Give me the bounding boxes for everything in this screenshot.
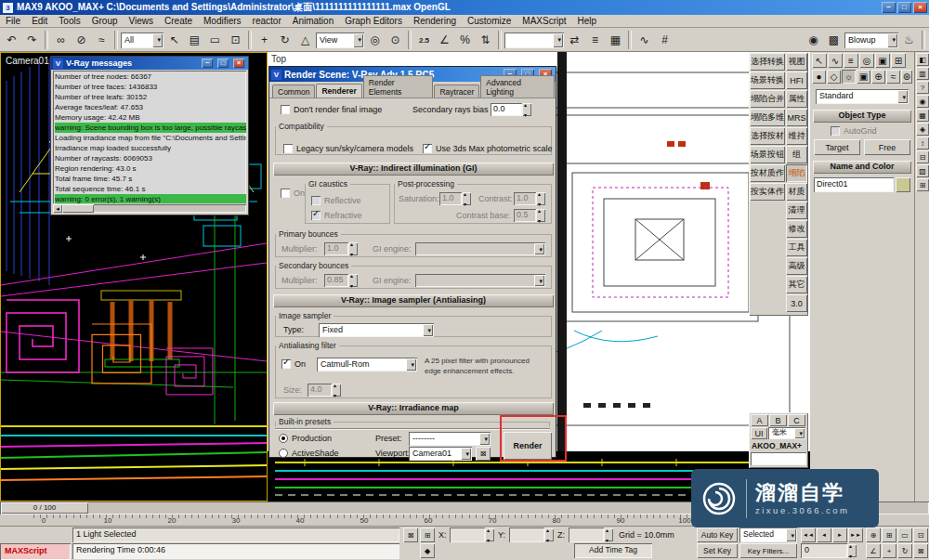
snaps-toggle-icon[interactable]: 2.5 [414,31,434,50]
scrollbar-thumb[interactable] [62,204,94,213]
akoo-b-button[interactable]: B [769,414,787,426]
select-and-move-icon[interactable]: + [255,31,274,50]
viewport-label[interactable]: Camera01 [6,56,49,66]
select-and-scale-icon[interactable]: △ [295,31,315,50]
menu-rendering[interactable]: Rendering [408,16,462,26]
command-tab-display[interactable]: ▣ [875,53,890,68]
primary-engine-dropdown[interactable] [415,242,545,255]
cn-panel-button[interactable]: 组 [786,146,807,163]
dont-render-checkbox[interactable] [281,105,290,114]
select-and-link-icon[interactable]: ∞ [51,31,71,50]
x-spinner[interactable] [485,528,494,541]
target-light-button[interactable]: Target [814,139,860,155]
cn-panel-button[interactable]: MRS [786,109,807,126]
gi-on-checkbox[interactable] [281,189,290,198]
legacy-sun-sky-checkbox[interactable] [283,144,293,153]
aa-filter-dropdown[interactable]: Catmull-Rom [317,358,417,371]
secondary-rays-bias-field[interactable]: 0.0 [491,103,522,116]
secondary-rays-bias-spinner[interactable] [522,103,531,116]
docked-icon-4[interactable]: ◉ [916,95,929,108]
irradiance-map-rollout-header[interactable]: V-Ray:: Irradiance map [273,402,554,415]
menu-reactor[interactable]: reactor [247,16,287,26]
key-mode-icon[interactable]: ◆ [420,543,435,558]
field-of-view-icon[interactable]: ∠ [866,543,881,558]
layer-manager-icon[interactable]: ▦ [606,31,625,50]
zoom-extents-all-icon[interactable]: ⊡ [913,527,928,542]
object-color-swatch[interactable] [896,177,910,192]
tab-common[interactable]: Common [272,85,315,98]
horizontal-scrollbar[interactable]: ◄ [53,204,246,213]
add-time-tag[interactable]: Add Time Tag [574,543,652,558]
unit-dropdown[interactable]: 毫米 [768,427,805,439]
command-tab-modify[interactable]: ∿ [828,53,843,68]
spinner-snap-icon[interactable]: ⇅ [476,31,495,50]
command-tab-motion[interactable]: ◎ [859,53,874,68]
cn-panel-button[interactable]: 高级 [786,257,807,275]
docked-icon-8[interactable]: ⊟ [916,150,929,163]
time-spinner[interactable] [847,544,857,557]
docked-icon-3[interactable]: ? [916,81,929,94]
menu-animation[interactable]: Animation [287,16,339,26]
aa-on-checkbox[interactable] [281,359,291,369]
select-and-manipulate-icon[interactable]: ⊙ [386,31,405,50]
category-space-warps-icon[interactable]: ≈ [886,70,900,84]
render-scene-dialog[interactable]: V Render Scene: V-Ray Adv 1.5 RC5 − □ × … [268,66,556,458]
selection-filter-dropdown[interactable]: All [121,33,164,48]
sampler-type-dropdown[interactable]: Fixed [319,323,434,337]
viewport-label[interactable]: Top [271,54,286,64]
command-tab-utilities[interactable]: ⊞ [891,53,906,68]
close-icon[interactable]: × [913,2,927,13]
z-field[interactable] [569,527,604,542]
window-crossing-icon[interactable]: ⊡ [226,31,245,50]
maxscript-listener[interactable]: Rendering Time 0:00:46 [72,543,399,559]
preset-dropdown[interactable]: -------- [409,432,491,446]
go-to-start-icon[interactable]: ◄◄ [801,527,816,542]
schematic-view-icon[interactable]: # [655,31,674,50]
docked-icon-6[interactable]: ◈ [916,123,929,136]
category-cameras-icon[interactable]: ▣ [857,70,870,84]
production-radio[interactable] [279,434,288,443]
docked-icon-1[interactable]: ◧ [916,53,929,66]
docked-icon-9[interactable]: ▧ [916,164,929,177]
z-spinner[interactable] [604,528,613,541]
category-geometry-icon[interactable]: ● [812,70,826,84]
cn-panel-button[interactable]: 清理 [786,202,807,219]
play-icon[interactable]: ► [832,527,847,542]
cn-panel-button[interactable]: 工具 [786,239,807,256]
use-center-icon[interactable]: ◎ [365,31,385,50]
akoo-listbox[interactable] [751,452,806,465]
lock-viewport-icon[interactable]: ⊠ [476,447,491,461]
reference-coordinate-dropdown[interactable]: View [316,33,364,48]
saturation-spinner[interactable] [462,192,471,205]
cn-panel-button[interactable]: 其它 [786,276,807,293]
cn-panel-button-active[interactable]: 塌陷 [786,164,807,182]
scroll-left-icon[interactable]: ◄ [53,204,62,213]
cn-panel-button[interactable]: 修改 [786,220,807,238]
light-type-dropdown[interactable]: Standard [816,89,909,104]
menu-create[interactable]: Create [159,16,198,26]
bind-to-space-warp-icon[interactable]: ≈ [92,31,111,50]
akoo-a-button[interactable]: A [751,414,768,426]
min-max-toggle-icon[interactable]: ⊠ [913,543,928,558]
vray-messages-titlebar[interactable]: V V-Ray messages − □ × [51,57,248,70]
render-scene-icon[interactable]: ▩ [824,31,844,50]
name-and-color-rollout[interactable]: Name and Color [813,161,911,174]
x-field[interactable] [450,527,485,542]
angle-snap-icon[interactable]: ∠ [435,31,454,50]
image-sampler-rollout-header[interactable]: V-Ray:: Image sampler (Antialiasing) [273,294,554,307]
zoom-extents-icon[interactable]: ▭ [897,527,912,542]
akoo-ui-button[interactable]: UI [751,427,767,439]
free-light-button[interactable]: Free [864,139,910,155]
docked-icon-2[interactable]: ▥ [916,67,929,80]
cn-panel-button[interactable]: 选择转换 [750,53,785,71]
cn-panel-button[interactable]: 按实体作 [750,183,785,201]
object-name-field[interactable]: Direct01 [814,177,894,192]
select-and-rotate-icon[interactable]: ↻ [275,31,294,50]
object-type-rollout[interactable]: Object Type [813,110,911,123]
menu-modifiers[interactable]: Modifiers [198,16,247,26]
command-tab-create[interactable]: ↖ [812,53,827,68]
menu-graph-editors[interactable]: Graph Editors [339,16,408,26]
menu-edit[interactable]: Edit [26,16,53,26]
vray-messages-log[interactable]: Number of tree nodes: 66367 Number of tr… [53,71,246,203]
previous-frame-icon[interactable]: ◄ [817,527,831,542]
